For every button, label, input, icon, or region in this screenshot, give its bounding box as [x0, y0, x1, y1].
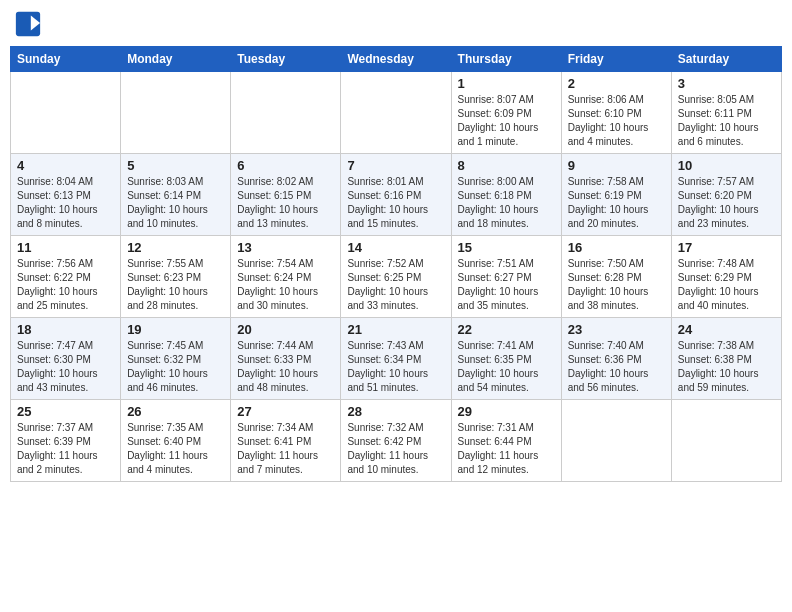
logo-icon	[14, 10, 42, 38]
calendar-day-cell: 8Sunrise: 8:00 AM Sunset: 6:18 PM Daylig…	[451, 154, 561, 236]
day-info: Sunrise: 7:31 AM Sunset: 6:44 PM Dayligh…	[458, 421, 555, 477]
day-number: 20	[237, 322, 334, 337]
day-info: Sunrise: 7:38 AM Sunset: 6:38 PM Dayligh…	[678, 339, 775, 395]
weekday-header-cell: Tuesday	[231, 47, 341, 72]
day-info: Sunrise: 8:00 AM Sunset: 6:18 PM Dayligh…	[458, 175, 555, 231]
day-info: Sunrise: 7:34 AM Sunset: 6:41 PM Dayligh…	[237, 421, 334, 477]
day-info: Sunrise: 7:47 AM Sunset: 6:30 PM Dayligh…	[17, 339, 114, 395]
day-number: 28	[347, 404, 444, 419]
day-info: Sunrise: 7:44 AM Sunset: 6:33 PM Dayligh…	[237, 339, 334, 395]
day-info: Sunrise: 7:54 AM Sunset: 6:24 PM Dayligh…	[237, 257, 334, 313]
day-number: 1	[458, 76, 555, 91]
day-info: Sunrise: 7:55 AM Sunset: 6:23 PM Dayligh…	[127, 257, 224, 313]
weekday-header-cell: Sunday	[11, 47, 121, 72]
day-info: Sunrise: 7:48 AM Sunset: 6:29 PM Dayligh…	[678, 257, 775, 313]
day-number: 9	[568, 158, 665, 173]
weekday-header-cell: Monday	[121, 47, 231, 72]
calendar-day-cell	[231, 72, 341, 154]
calendar-day-cell	[341, 72, 451, 154]
calendar-body: 1Sunrise: 8:07 AM Sunset: 6:09 PM Daylig…	[11, 72, 782, 482]
calendar-week-row: 25Sunrise: 7:37 AM Sunset: 6:39 PM Dayli…	[11, 400, 782, 482]
day-number: 7	[347, 158, 444, 173]
calendar-day-cell: 29Sunrise: 7:31 AM Sunset: 6:44 PM Dayli…	[451, 400, 561, 482]
page-header	[10, 10, 782, 38]
calendar-day-cell: 25Sunrise: 7:37 AM Sunset: 6:39 PM Dayli…	[11, 400, 121, 482]
calendar-day-cell: 15Sunrise: 7:51 AM Sunset: 6:27 PM Dayli…	[451, 236, 561, 318]
day-info: Sunrise: 8:04 AM Sunset: 6:13 PM Dayligh…	[17, 175, 114, 231]
calendar-day-cell: 24Sunrise: 7:38 AM Sunset: 6:38 PM Dayli…	[671, 318, 781, 400]
calendar-day-cell: 22Sunrise: 7:41 AM Sunset: 6:35 PM Dayli…	[451, 318, 561, 400]
calendar-day-cell: 23Sunrise: 7:40 AM Sunset: 6:36 PM Dayli…	[561, 318, 671, 400]
calendar-day-cell: 16Sunrise: 7:50 AM Sunset: 6:28 PM Dayli…	[561, 236, 671, 318]
day-number: 25	[17, 404, 114, 419]
day-info: Sunrise: 7:43 AM Sunset: 6:34 PM Dayligh…	[347, 339, 444, 395]
day-number: 27	[237, 404, 334, 419]
day-info: Sunrise: 7:45 AM Sunset: 6:32 PM Dayligh…	[127, 339, 224, 395]
day-number: 3	[678, 76, 775, 91]
day-info: Sunrise: 7:50 AM Sunset: 6:28 PM Dayligh…	[568, 257, 665, 313]
day-number: 18	[17, 322, 114, 337]
weekday-header-row: SundayMondayTuesdayWednesdayThursdayFrid…	[11, 47, 782, 72]
calendar-table: SundayMondayTuesdayWednesdayThursdayFrid…	[10, 46, 782, 482]
day-number: 13	[237, 240, 334, 255]
calendar-day-cell: 12Sunrise: 7:55 AM Sunset: 6:23 PM Dayli…	[121, 236, 231, 318]
calendar-day-cell: 1Sunrise: 8:07 AM Sunset: 6:09 PM Daylig…	[451, 72, 561, 154]
day-info: Sunrise: 7:56 AM Sunset: 6:22 PM Dayligh…	[17, 257, 114, 313]
calendar-day-cell: 11Sunrise: 7:56 AM Sunset: 6:22 PM Dayli…	[11, 236, 121, 318]
day-info: Sunrise: 7:57 AM Sunset: 6:20 PM Dayligh…	[678, 175, 775, 231]
day-number: 16	[568, 240, 665, 255]
day-number: 14	[347, 240, 444, 255]
calendar-day-cell: 7Sunrise: 8:01 AM Sunset: 6:16 PM Daylig…	[341, 154, 451, 236]
calendar-week-row: 11Sunrise: 7:56 AM Sunset: 6:22 PM Dayli…	[11, 236, 782, 318]
calendar-day-cell: 26Sunrise: 7:35 AM Sunset: 6:40 PM Dayli…	[121, 400, 231, 482]
day-number: 6	[237, 158, 334, 173]
day-info: Sunrise: 7:32 AM Sunset: 6:42 PM Dayligh…	[347, 421, 444, 477]
day-info: Sunrise: 7:40 AM Sunset: 6:36 PM Dayligh…	[568, 339, 665, 395]
day-info: Sunrise: 8:06 AM Sunset: 6:10 PM Dayligh…	[568, 93, 665, 149]
day-number: 10	[678, 158, 775, 173]
day-info: Sunrise: 7:35 AM Sunset: 6:40 PM Dayligh…	[127, 421, 224, 477]
day-info: Sunrise: 7:51 AM Sunset: 6:27 PM Dayligh…	[458, 257, 555, 313]
day-info: Sunrise: 8:01 AM Sunset: 6:16 PM Dayligh…	[347, 175, 444, 231]
day-number: 22	[458, 322, 555, 337]
day-number: 5	[127, 158, 224, 173]
day-number: 12	[127, 240, 224, 255]
day-number: 15	[458, 240, 555, 255]
day-number: 29	[458, 404, 555, 419]
weekday-header-cell: Wednesday	[341, 47, 451, 72]
day-number: 17	[678, 240, 775, 255]
calendar-day-cell	[671, 400, 781, 482]
calendar-day-cell	[121, 72, 231, 154]
calendar-day-cell: 18Sunrise: 7:47 AM Sunset: 6:30 PM Dayli…	[11, 318, 121, 400]
calendar-day-cell: 17Sunrise: 7:48 AM Sunset: 6:29 PM Dayli…	[671, 236, 781, 318]
weekday-header-cell: Saturday	[671, 47, 781, 72]
day-info: Sunrise: 7:52 AM Sunset: 6:25 PM Dayligh…	[347, 257, 444, 313]
weekday-header-cell: Friday	[561, 47, 671, 72]
day-number: 19	[127, 322, 224, 337]
calendar-day-cell	[11, 72, 121, 154]
calendar-day-cell: 2Sunrise: 8:06 AM Sunset: 6:10 PM Daylig…	[561, 72, 671, 154]
weekday-header-cell: Thursday	[451, 47, 561, 72]
day-info: Sunrise: 8:02 AM Sunset: 6:15 PM Dayligh…	[237, 175, 334, 231]
day-number: 24	[678, 322, 775, 337]
calendar-day-cell: 19Sunrise: 7:45 AM Sunset: 6:32 PM Dayli…	[121, 318, 231, 400]
calendar-week-row: 18Sunrise: 7:47 AM Sunset: 6:30 PM Dayli…	[11, 318, 782, 400]
day-info: Sunrise: 7:41 AM Sunset: 6:35 PM Dayligh…	[458, 339, 555, 395]
calendar-day-cell: 13Sunrise: 7:54 AM Sunset: 6:24 PM Dayli…	[231, 236, 341, 318]
day-number: 21	[347, 322, 444, 337]
logo	[14, 10, 46, 38]
day-info: Sunrise: 8:03 AM Sunset: 6:14 PM Dayligh…	[127, 175, 224, 231]
calendar-week-row: 1Sunrise: 8:07 AM Sunset: 6:09 PM Daylig…	[11, 72, 782, 154]
day-number: 11	[17, 240, 114, 255]
calendar-day-cell: 27Sunrise: 7:34 AM Sunset: 6:41 PM Dayli…	[231, 400, 341, 482]
calendar-day-cell	[561, 400, 671, 482]
day-info: Sunrise: 8:07 AM Sunset: 6:09 PM Dayligh…	[458, 93, 555, 149]
calendar-day-cell: 6Sunrise: 8:02 AM Sunset: 6:15 PM Daylig…	[231, 154, 341, 236]
day-number: 23	[568, 322, 665, 337]
day-number: 4	[17, 158, 114, 173]
day-info: Sunrise: 7:37 AM Sunset: 6:39 PM Dayligh…	[17, 421, 114, 477]
calendar-day-cell: 20Sunrise: 7:44 AM Sunset: 6:33 PM Dayli…	[231, 318, 341, 400]
day-info: Sunrise: 8:05 AM Sunset: 6:11 PM Dayligh…	[678, 93, 775, 149]
calendar-day-cell: 21Sunrise: 7:43 AM Sunset: 6:34 PM Dayli…	[341, 318, 451, 400]
calendar-day-cell: 10Sunrise: 7:57 AM Sunset: 6:20 PM Dayli…	[671, 154, 781, 236]
